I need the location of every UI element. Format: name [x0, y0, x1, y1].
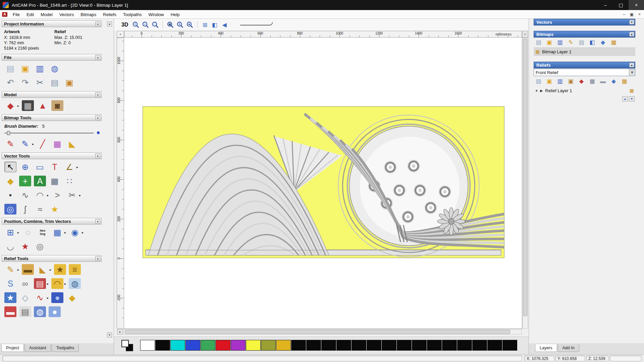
- open-bitmap-layer-icon[interactable]: ▣: [545, 39, 553, 46]
- block-copy-icon-flyout[interactable]: ▸: [64, 231, 66, 234]
- zoom-out-button[interactable]: −: [142, 21, 150, 29]
- dome-relief-icon[interactable]: ◍: [69, 278, 81, 289]
- two-rail-sweep-icon-flyout[interactable]: ▸: [64, 282, 66, 286]
- minimize-button[interactable]: –: [598, 0, 613, 10]
- paste-grid-icon[interactable]: ▦: [49, 176, 61, 186]
- collapse-section-button[interactable]: ▲: [95, 154, 100, 158]
- relief-select[interactable]: Front Relief ▼: [534, 69, 635, 76]
- chevron-down-icon[interactable]: ▼: [629, 20, 634, 24]
- colour-swatch[interactable]: [427, 340, 442, 351]
- colour-swatch[interactable]: [170, 340, 185, 351]
- relief-wizard-icon[interactable]: ◆: [4, 100, 16, 111]
- copy-along-curve-icon[interactable]: ◉: [69, 227, 81, 238]
- offset-relief-icon[interactable]: ▤: [34, 278, 46, 289]
- colour-swatch[interactable]: [397, 340, 412, 351]
- delete-bitmap-layer-icon[interactable]: ◆: [599, 39, 607, 46]
- smooth-relief-icon-flyout[interactable]: ▸: [17, 268, 19, 272]
- vectors-section-header[interactable]: Vectors ▼: [534, 19, 635, 25]
- mdi-close-button[interactable]: ×: [638, 12, 641, 17]
- brush-diameter-slider[interactable]: [4, 130, 94, 135]
- create-curve-icon[interactable]: ◠: [34, 190, 46, 200]
- create-freehand-icon[interactable]: ≈: [34, 204, 46, 215]
- move-layer-up-button[interactable]: ▲: [622, 96, 628, 102]
- collapse-section-button[interactable]: ▲: [95, 115, 100, 120]
- add-relief-layer-button[interactable]: +: [535, 88, 538, 93]
- node-editing-icon[interactable]: +: [19, 176, 31, 186]
- colour-swatch[interactable]: [261, 340, 276, 351]
- align-vectors-icon-flyout[interactable]: ▸: [17, 231, 19, 234]
- two-rail-sweep-icon[interactable]: ◠: [51, 278, 63, 289]
- save-model-icon[interactable]: ▥: [34, 63, 46, 74]
- undo-icon[interactable]: ↶: [4, 77, 16, 88]
- collapse-section-button[interactable]: ▲: [95, 92, 100, 97]
- measure-icon-flyout[interactable]: ▸: [76, 165, 78, 169]
- collapse-section-button[interactable]: ▲: [95, 55, 100, 60]
- paint-selective-icon-flyout[interactable]: ▸: [32, 142, 34, 146]
- create-curve-icon-flyout[interactable]: ▸: [47, 193, 49, 197]
- chevron-up-icon[interactable]: ▲: [629, 63, 634, 67]
- chevron-up-icon[interactable]: ▲: [629, 32, 634, 37]
- transform-relief-icon[interactable]: ◆: [577, 77, 586, 85]
- extrude-relief-icon[interactable]: ◆: [66, 292, 78, 303]
- relief-layer-row[interactable]: + ▶ Relief Layer 1 ▦: [534, 86, 635, 95]
- view-3d-button[interactable]: 3D: [119, 21, 130, 29]
- paint-selective-icon[interactable]: ✎: [19, 138, 31, 149]
- contrast-bitmap-icon[interactable]: ◧: [588, 39, 596, 46]
- colour-swatch[interactable]: [140, 340, 155, 351]
- colour-picker-icon[interactable]: ╱: [37, 138, 49, 149]
- menu-bitmaps[interactable]: Bitmaps: [77, 11, 100, 18]
- create-circle-icon[interactable]: ◎: [4, 204, 16, 215]
- colour-swatch[interactable]: [321, 340, 336, 351]
- tab-add-in[interactable]: Add In: [558, 344, 579, 352]
- colour-swatch[interactable]: [457, 340, 472, 351]
- face-wizard-icon[interactable]: ◙: [51, 100, 63, 111]
- contrast-view-button[interactable]: ◧: [211, 21, 219, 29]
- convert-text-icon[interactable]: A: [34, 176, 46, 186]
- ruler-options-button[interactable]: +: [522, 31, 528, 38]
- wave-relief-icon-flyout[interactable]: ▸: [47, 296, 49, 300]
- zoom-in-button[interactable]: +: [132, 21, 140, 29]
- slab-relief-icon[interactable]: ▬: [599, 77, 607, 85]
- transform-vectors-icon[interactable]: ⊕: [19, 162, 31, 172]
- save-relief-layer-icon[interactable]: ▥: [556, 77, 564, 85]
- spiral-icon[interactable]: ◎: [34, 241, 46, 252]
- paint-icon[interactable]: ✎: [4, 138, 16, 149]
- mdi-restore-button[interactable]: ▣: [630, 12, 634, 17]
- colour-swatch[interactable]: [306, 340, 321, 351]
- colour-swatch[interactable]: [216, 340, 230, 351]
- align-vectors-icon[interactable]: ⊞: [4, 227, 16, 238]
- copy-along-curve-icon-flyout[interactable]: ▸: [82, 231, 84, 234]
- chevron-down-icon[interactable]: ▼: [629, 69, 635, 76]
- nesting-icon[interactable]: Nes ting: [37, 227, 49, 238]
- celtic-weave-icon[interactable]: ∞: [19, 278, 31, 289]
- reliefs-section-header[interactable]: Reliefs ▲: [534, 62, 635, 68]
- maximize-button[interactable]: ▢: [613, 0, 629, 10]
- expander-icon[interactable]: ▶: [540, 89, 543, 93]
- zoom-previous-button[interactable]: ●: [186, 21, 194, 29]
- menu-file[interactable]: File: [9, 11, 23, 18]
- scrollbar-thumb[interactable]: [125, 330, 510, 334]
- import-relief-icon[interactable]: ▣: [567, 77, 575, 85]
- colour-swatch[interactable]: [442, 340, 457, 351]
- star-relief-icon[interactable]: ★: [4, 292, 16, 303]
- block-copy-icon[interactable]: ▦: [51, 227, 63, 238]
- vertical-scrollbar[interactable]: [523, 38, 528, 328]
- mdi-minimize-button[interactable]: –: [623, 12, 625, 17]
- create-text-icon[interactable]: T: [49, 162, 61, 172]
- trim-vectors-icon[interactable]: ✂: [66, 190, 78, 200]
- menu-toolpaths[interactable]: Toolpaths: [120, 11, 145, 18]
- tab-toolpaths[interactable]: Toolpaths: [52, 344, 79, 352]
- panel-scroll-down-button[interactable]: ▼: [107, 333, 112, 338]
- colour-swatch[interactable]: [502, 340, 517, 351]
- bitmap-layer-row[interactable]: ▦ Bitmap Layer 1: [534, 47, 635, 56]
- open-relief-layer-icon[interactable]: ▣: [545, 77, 553, 85]
- texture-sphere-icon[interactable]: ●: [51, 292, 63, 303]
- colour-swatch[interactable]: [201, 340, 215, 351]
- new-relief-layer-icon[interactable]: ▤: [534, 77, 543, 85]
- tab-layers[interactable]: Layers: [535, 344, 557, 352]
- zoom-window-button[interactable]: [151, 21, 159, 29]
- angled-plane-icon-flyout[interactable]: ▸: [50, 268, 51, 272]
- colour-swatch[interactable]: [291, 340, 306, 351]
- greyscale-model-icon[interactable]: ▦: [22, 100, 34, 111]
- close-button[interactable]: ×: [629, 0, 644, 10]
